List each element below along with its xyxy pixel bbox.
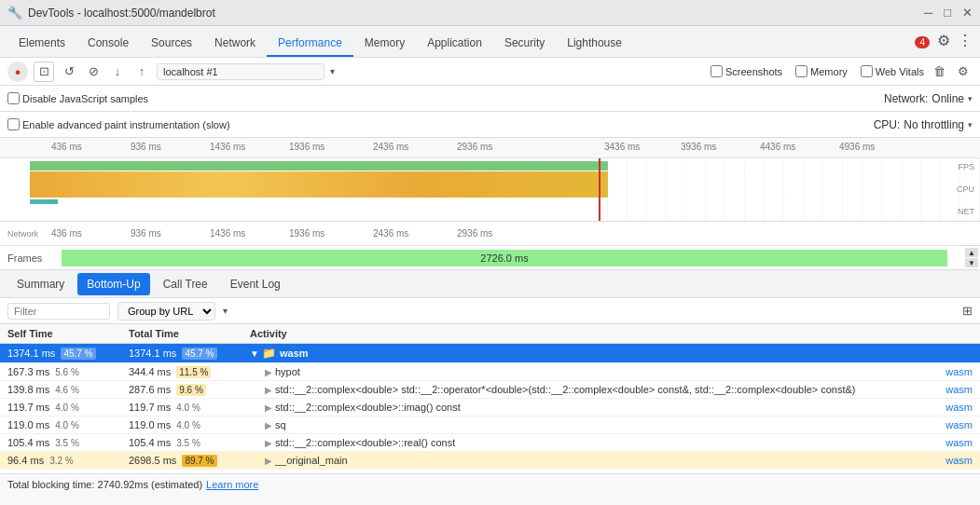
cpu-value: No throttling <box>904 118 964 131</box>
close-icon[interactable]: ✕ <box>962 6 973 20</box>
download-button[interactable]: ↓ <box>108 62 127 81</box>
tick-4436: 4436 ms <box>760 142 795 152</box>
tab-memory[interactable]: Memory <box>353 31 416 57</box>
table-row[interactable]: 96.4 ms3.2 %2698.5 ms89.7 %▶__original_m… <box>0 452 980 470</box>
cpu-label: CPU: <box>874 118 901 131</box>
upload-button[interactable]: ↑ <box>132 62 151 81</box>
cell-activity: ▶std::__2::complex<double>::imag() const… <box>242 399 980 416</box>
table-row[interactable]: 167.3 ms5.6 %344.4 ms11.5 %▶hypotwasm <box>0 363 980 381</box>
settings-icon[interactable]: ⚙ <box>937 32 950 53</box>
memory-checkbox-label[interactable]: Memory <box>795 65 848 77</box>
options-row: Disable JavaScript samples Network: Onli… <box>0 86 980 112</box>
reload-button[interactable]: ↺ <box>60 62 78 81</box>
cell-total-time: 1374.1 ms45.7 % <box>121 344 242 363</box>
table-row[interactable]: 139.8 ms4.6 %287.6 ms9.6 %▶std::__2::com… <box>0 381 980 399</box>
filter-input[interactable] <box>7 303 110 320</box>
tab-call-tree[interactable]: Call Tree <box>154 273 217 295</box>
cell-activity: ▶std::__2::complex<double>::real() const… <box>242 434 980 452</box>
timeline-scroll-down[interactable]: ▼ <box>965 258 978 267</box>
tab-console[interactable]: Console <box>76 31 140 57</box>
disable-js-checkbox[interactable] <box>7 92 20 104</box>
table-row[interactable]: 119.7 ms4.0 %119.7 ms4.0 %▶std::__2::com… <box>0 399 980 416</box>
tab-bottom-up[interactable]: Bottom-Up <box>77 273 149 295</box>
tab-summary[interactable]: Summary <box>7 273 74 295</box>
network-value: Online <box>932 92 964 105</box>
expand-triangle[interactable]: ▶ <box>265 438 272 448</box>
address-dropdown[interactable]: ▾ <box>330 66 335 76</box>
web-vitals-checkbox-label[interactable]: Web Vitals <box>861 65 924 77</box>
cpu-label-side: CPU <box>957 184 974 194</box>
maximize-icon[interactable]: □ <box>944 6 951 20</box>
cpu-selector[interactable]: CPU: No throttling ▾ <box>874 118 973 131</box>
tab-sources[interactable]: Sources <box>140 31 203 57</box>
tab-lighthouse[interactable]: Lighthouse <box>556 31 633 57</box>
network-selector[interactable]: Network: Online ▾ <box>884 92 973 105</box>
col-activity[interactable]: Activity <box>242 324 980 344</box>
tick-2936: 2936 ms <box>457 142 492 152</box>
table-row[interactable]: 105.4 ms3.5 %105.4 ms3.5 %▶std::__2::com… <box>0 434 980 452</box>
col-self-time[interactable]: Self Time <box>0 324 121 344</box>
table-row[interactable]: 1374.1 ms45.7 %1374.1 ms45.7 %▼📁wasm <box>0 344 980 363</box>
record-button[interactable]: ● <box>7 61 28 82</box>
t2-2936: 2936 ms <box>457 228 492 239</box>
wasm-link[interactable]: wasm <box>945 437 973 448</box>
memory-checkbox[interactable] <box>795 65 807 77</box>
more-icon[interactable]: ⋮ <box>958 32 973 53</box>
tab-application[interactable]: Application <box>416 31 493 57</box>
expand-triangle[interactable]: ▶ <box>265 403 272 413</box>
advanced-paint-checkbox[interactable] <box>7 118 20 130</box>
title-bar: 🔧 DevTools - localhost:5000/mandelbrot ─… <box>0 0 980 26</box>
wasm-link[interactable]: wasm <box>945 402 973 413</box>
expand-triangle[interactable]: ▶ <box>265 367 272 377</box>
tab-event-log[interactable]: Event Log <box>221 273 290 295</box>
advanced-paint-label[interactable]: Enable advanced paint instrumentation (s… <box>7 118 230 130</box>
total-time-value: 135.9 ms <box>129 472 171 473</box>
expand-triangle[interactable]: ▼ <box>250 348 259 359</box>
disable-js-checkbox-label[interactable]: Disable JavaScript samples <box>7 92 148 104</box>
cell-self-time: 1374.1 ms45.7 % <box>0 344 121 363</box>
frames-label: Frames <box>7 252 54 264</box>
tab-network[interactable]: Network <box>203 31 267 57</box>
tab-security[interactable]: Security <box>493 31 556 57</box>
total-pct-value: 45.7 % <box>182 348 216 360</box>
trash-icon[interactable]: 🗑 <box>930 62 948 81</box>
stop-button[interactable]: ⊘ <box>84 62 103 81</box>
screenshots-checkbox[interactable] <box>711 65 723 77</box>
cell-total-time: 105.4 ms3.5 % <box>121 434 242 452</box>
timeline-scroll-up[interactable]: ▲ <box>965 248 978 257</box>
col-total-time[interactable]: Total Time <box>121 324 242 344</box>
minimize-icon[interactable]: ─ <box>924 6 932 20</box>
perf-settings-icon[interactable]: ⚙ <box>954 62 973 81</box>
wasm-link[interactable]: wasm <box>945 384 973 395</box>
table-row[interactable]: 119.0 ms4.0 %119.0 ms4.0 %▶sqwasm <box>0 416 980 434</box>
activity-label: hypot <box>275 366 300 377</box>
expand-triangle[interactable]: ▶ <box>265 385 272 395</box>
net-bar-visual <box>30 199 58 204</box>
expand-triangle[interactable]: ▶ <box>265 420 272 430</box>
wasm-link[interactable]: wasm <box>945 419 973 430</box>
total-pct-value: 11.5 % <box>176 366 211 378</box>
devtools-favicon: 🔧 <box>7 6 22 20</box>
tab-elements[interactable]: Elements <box>7 31 76 57</box>
frames-row: Frames 2726.0 ms ▲ ▼ <box>0 246 980 270</box>
table-header: Self Time Total Time Activity <box>0 324 980 344</box>
expand-triangle[interactable]: ▶ <box>265 456 272 466</box>
learn-more-link[interactable]: Learn more <box>206 479 258 490</box>
screenshots-checkbox-label[interactable]: Screenshots <box>711 65 782 77</box>
wasm-link[interactable]: wasm <box>945 472 973 473</box>
self-pct-value: 4.0 % <box>55 420 79 430</box>
self-time-value: 88.0 ms <box>7 472 44 473</box>
total-pct-value: 4.0 % <box>176 403 200 413</box>
error-badge[interactable]: 4 <box>915 36 930 48</box>
clear-button[interactable]: ⊡ <box>34 61 54 82</box>
cell-self-time: 105.4 ms3.5 % <box>0 434 121 452</box>
expand-icon[interactable]: ⊞ <box>962 304 973 318</box>
cell-activity: ▼📁wasm <box>242 344 980 363</box>
total-pct-value: 4.0 % <box>176 420 200 430</box>
web-vitals-checkbox[interactable] <box>861 65 873 77</box>
group-by-select[interactable]: Group by URL <box>117 302 215 321</box>
wasm-link[interactable]: wasm <box>945 366 973 377</box>
address-input[interactable] <box>157 63 324 80</box>
wasm-link[interactable]: wasm <box>945 455 973 466</box>
tab-performance[interactable]: Performance <box>267 31 353 57</box>
